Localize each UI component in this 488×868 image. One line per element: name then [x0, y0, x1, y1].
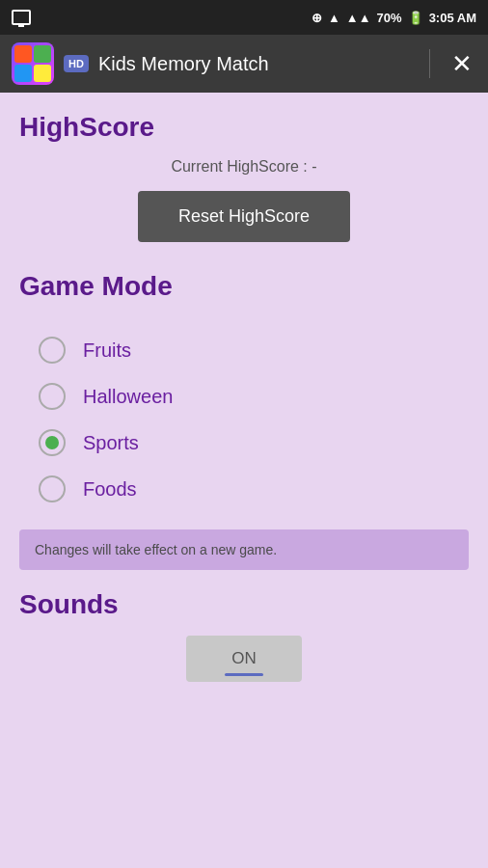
icon-cell-2 — [34, 45, 51, 63]
radio-selected-indicator — [45, 436, 59, 449]
network-icon: ▲▲ — [346, 11, 371, 25]
app-title: Kids Memory Match — [98, 53, 412, 75]
app-icon — [12, 42, 54, 85]
notice-text: Changes will take effect on a new game. — [35, 542, 277, 557]
radio-label-sports: Sports — [83, 432, 139, 454]
radio-item-halloween[interactable]: Halloween — [39, 373, 449, 420]
highscore-section: HighScore Current HighScore : - Reset Hi… — [19, 112, 469, 242]
icon-cell-4 — [34, 65, 51, 82]
time-display: 3:05 AM — [429, 11, 476, 25]
radio-group: Fruits Halloween Sports Foods — [19, 317, 469, 522]
nav-divider — [429, 49, 430, 78]
radio-label-halloween: Halloween — [83, 386, 173, 408]
highscore-title: HighScore — [19, 112, 469, 143]
sounds-title: Sounds — [19, 589, 469, 620]
battery-percent: 70% — [377, 11, 402, 25]
toggle-underline — [225, 673, 263, 676]
close-button[interactable]: ✕ — [447, 47, 476, 80]
radio-outer-foods — [39, 475, 66, 502]
radio-item-fruits[interactable]: Fruits — [39, 327, 449, 373]
notice-box: Changes will take effect on a new game. — [19, 529, 469, 570]
radio-outer-fruits — [39, 337, 66, 364]
status-right: ⊕ ▲ ▲▲ 70% 🔋 3:05 AM — [312, 11, 476, 25]
radio-outer-sports — [39, 429, 66, 456]
icon-cell-3 — [14, 65, 32, 82]
screen-icon — [12, 10, 31, 25]
main-content: HighScore Current HighScore : - Reset Hi… — [0, 93, 488, 701]
radio-outer-halloween — [39, 383, 66, 410]
radio-label-foods: Foods — [83, 478, 137, 501]
current-highscore: Current HighScore : - — [19, 158, 469, 176]
wifi-icon: ▲ — [328, 11, 340, 25]
status-left — [12, 10, 31, 25]
radio-label-fruits: Fruits — [83, 339, 131, 362]
reset-highscore-button[interactable]: Reset HighScore — [138, 191, 350, 242]
sounds-toggle-label: ON — [231, 649, 257, 667]
status-bar: ⊕ ▲ ▲▲ 70% 🔋 3:05 AM — [0, 0, 488, 35]
battery-icon: 🔋 — [408, 11, 423, 25]
sounds-toggle-button[interactable]: ON — [186, 636, 302, 682]
radio-item-foods[interactable]: Foods — [39, 466, 449, 512]
signal-icon: ⊕ — [312, 11, 322, 25]
sounds-section: Sounds ON — [19, 589, 469, 682]
game-mode-title: Game Mode — [19, 271, 469, 302]
icon-cell-1 — [14, 45, 32, 63]
nav-bar: HD Kids Memory Match ✕ — [0, 35, 488, 93]
radio-item-sports[interactable]: Sports — [39, 420, 449, 466]
game-mode-section: Game Mode Fruits Halloween Sports — [19, 271, 469, 570]
hd-badge: HD — [64, 55, 89, 72]
